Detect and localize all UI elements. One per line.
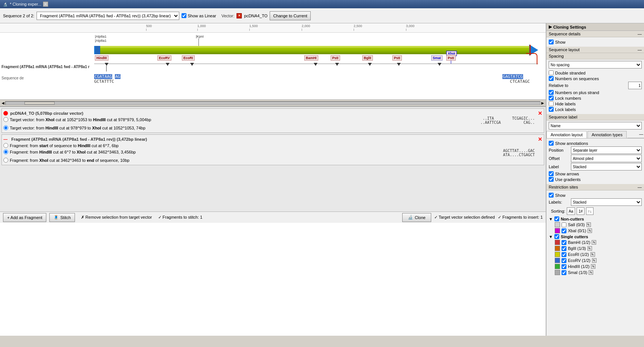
annotation-atp8a1-1: |Atp8a1 — [95, 35, 107, 38]
show-arrows-row[interactable]: Show arrows — [549, 171, 642, 176]
show-as-linear-label[interactable]: Show as Linear — [182, 13, 216, 18]
rs-labels-dropdown[interactable]: Stacked — [571, 198, 642, 206]
right-panel: ▶ Cloning Settings Sequence details — Sh… — [546, 23, 644, 336]
fragment-radio-2-row[interactable]: Fragment: from HindIII cut at 6^7 to Xho… — [3, 149, 429, 154]
fragment-radio-3[interactable] — [3, 158, 8, 163]
xbai-checkbox[interactable] — [562, 228, 566, 233]
lock-numbers-checkbox[interactable] — [549, 96, 554, 100]
add-fragment-button[interactable]: + Add as Fragment — [3, 213, 46, 222]
position-row: Position Separate layer — [549, 146, 642, 154]
non-cutters-header[interactable]: ▼ Non-cutters — [549, 216, 642, 221]
rs-ecorv-arrow — [166, 63, 169, 66]
change-current-button[interactable]: Change to Current — [270, 11, 311, 20]
double-stranded-checkbox[interactable] — [549, 70, 554, 75]
sequence-label-dropdown[interactable]: Name — [549, 122, 642, 129]
hide-labels-row[interactable]: Hide labels — [549, 101, 642, 106]
spacing-dropdown[interactable]: No spacing — [549, 61, 642, 68]
tab-annotation-layout[interactable]: Annotation layout — [546, 131, 587, 138]
scroll-track[interactable] — [5, 101, 540, 105]
sali-edit[interactable]: ✎ — [586, 222, 591, 227]
bglii-checkbox[interactable] — [562, 246, 566, 251]
scroll-thumb[interactable] — [24, 102, 55, 105]
sort-az-btn[interactable]: Aa — [567, 207, 575, 215]
ecori-edit[interactable]: ✎ — [591, 252, 595, 257]
bamhi-checkbox[interactable] — [562, 240, 566, 245]
ecorv-edit[interactable]: ✎ — [592, 258, 597, 263]
scroll-right-btn[interactable]: ► — [540, 100, 545, 106]
pcdna-radio-2-input[interactable] — [3, 125, 8, 130]
sequence-layout-section: Sequence layout — — [546, 47, 644, 53]
relative-to-input[interactable] — [628, 82, 642, 89]
hindiii-name: HindIII (1/2) — [568, 264, 589, 269]
scroll-left-btn[interactable]: ◄ — [1, 100, 5, 106]
bamhi-edit[interactable]: ✎ — [592, 240, 596, 245]
sort-num-btn[interactable]: 1# — [577, 207, 584, 215]
single-cutters-header[interactable]: ▼ Single cutters — [549, 234, 642, 239]
clone-icon: 🔬 — [408, 215, 413, 220]
xbai-edit[interactable]: ✎ — [588, 228, 592, 233]
hindiii-checkbox[interactable] — [562, 264, 566, 269]
show-arrows-checkbox[interactable] — [549, 171, 554, 176]
close-button[interactable]: × — [43, 2, 48, 7]
fragments-to-insert-text: ✓ Fragments to insert: 1 — [498, 215, 543, 220]
ecori-checkbox[interactable] — [562, 252, 566, 257]
clone-button[interactable]: 🔬 Clone — [402, 213, 431, 222]
sequence-label-header[interactable]: Sequence label — [546, 114, 644, 120]
sequence-details-header[interactable]: Sequence details — — [546, 31, 644, 37]
numbers-on-seq-row[interactable]: Numbers on sequences — [549, 76, 642, 81]
fragment-row-3[interactable]: Fragment: from XhoI cut at 3462^3463 to … — [3, 158, 542, 163]
fragments-to-stitch-text: ✓ Fragments to stitch: 1 — [158, 215, 203, 220]
hindiii-edit[interactable]: ✎ — [591, 264, 595, 269]
sali-checkbox[interactable] — [562, 222, 566, 227]
tab-annotation-types[interactable]: Annotation types — [588, 131, 627, 138]
show-annotations-row[interactable]: Show annotations — [549, 141, 642, 146]
numbers-plus-strand-checkbox[interactable] — [549, 90, 554, 95]
annotation-section-collapse[interactable]: — — [638, 131, 644, 138]
pcdna-radio-1-input[interactable] — [3, 117, 8, 122]
pcdna-close[interactable]: ✕ — [538, 110, 542, 116]
fragment-close[interactable]: ✕ — [538, 136, 542, 142]
fragment-row-1[interactable]: Fragment: from start of sequence to Hind… — [3, 143, 542, 148]
fragment-radio-2[interactable] — [3, 149, 8, 154]
spacing-header[interactable]: Spacing — [546, 53, 644, 59]
numbers-plus-strand-row[interactable]: Numbers on plus strand — [549, 90, 642, 95]
fragment-seq-2: AGCTTAT....GAC ATA....CTGAGCT — [429, 149, 542, 157]
show-as-linear-checkbox[interactable] — [182, 13, 186, 18]
rs-labels-label: Labels: — [549, 200, 569, 204]
show-row[interactable]: Show — [549, 40, 642, 44]
sequence-dropdown[interactable]: Fragment (ATP8a1 mRNA (ATP8a1 fwd - ATP8… — [37, 12, 179, 20]
restriction-sites-header[interactable]: Restriction sites — — [546, 184, 644, 190]
label-dropdown[interactable]: Stacked — [571, 163, 642, 170]
ruler: 500 1,000 1,500 2,000 2,500 3,000 — [0, 23, 546, 33]
lock-numbers-row[interactable]: Lock numbers — [549, 96, 642, 100]
offset-dropdown[interactable]: Almost piled — [571, 155, 642, 162]
stitch-button[interactable]: 🧵 Stitch — [49, 213, 75, 222]
smai-edit[interactable]: ✎ — [589, 270, 593, 275]
numbers-on-seq-checkbox[interactable] — [549, 76, 554, 81]
ecorv-checkbox[interactable] — [562, 258, 566, 263]
pcdna-radio-1[interactable]: Target vector: from XhoI cut at 1052^105… — [3, 117, 429, 122]
smai-checkbox[interactable] — [562, 270, 566, 275]
lock-labels-row[interactable]: Lock labels — [549, 107, 642, 112]
position-dropdown[interactable]: Separate layer — [571, 146, 642, 154]
sequence-layout-header[interactable]: Sequence layout — — [546, 47, 644, 53]
fragment-radio-1[interactable] — [3, 143, 8, 148]
single-cutters-checkbox[interactable] — [554, 234, 559, 239]
sequence-bar[interactable] — [94, 46, 538, 54]
bglii-edit[interactable]: ✎ — [588, 246, 592, 251]
use-gradients-checkbox[interactable] — [549, 177, 554, 182]
bottom-area: pcDNA4_TO (5,078bp circular vector) ✕ Ta… — [0, 106, 546, 212]
show-checkbox[interactable] — [549, 40, 554, 44]
pcdna-radio-2[interactable]: Target vector: from HindIII cut at 978^9… — [3, 125, 429, 130]
rs-show-checkbox[interactable] — [549, 193, 554, 198]
lock-labels-checkbox[interactable] — [549, 107, 554, 112]
double-stranded-row[interactable]: Double stranded — [549, 70, 642, 75]
scroll-area[interactable]: ◄ ► — [0, 99, 546, 106]
non-cutters-checkbox[interactable] — [554, 216, 559, 221]
hide-labels-checkbox[interactable] — [549, 101, 554, 106]
use-gradients-row[interactable]: Use gradients — [549, 177, 642, 182]
sort-arrow-btn[interactable]: ↑↓ — [586, 207, 594, 215]
rs-show-row[interactable]: Show — [549, 193, 642, 198]
show-annotations-checkbox[interactable] — [549, 141, 554, 146]
rs-smai-arrow — [438, 63, 441, 66]
